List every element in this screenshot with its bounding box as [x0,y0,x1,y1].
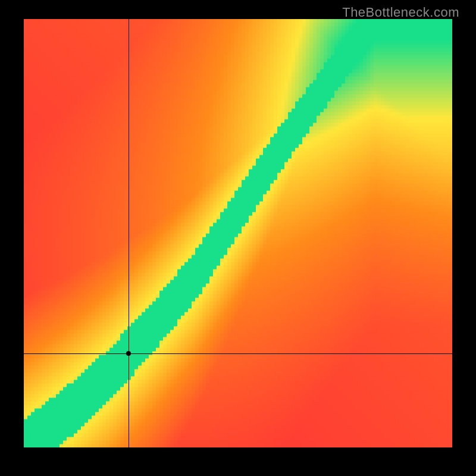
heatmap-canvas [24,19,452,447]
plot-area [24,19,452,447]
watermark-text: TheBottleneck.com [342,5,459,20]
